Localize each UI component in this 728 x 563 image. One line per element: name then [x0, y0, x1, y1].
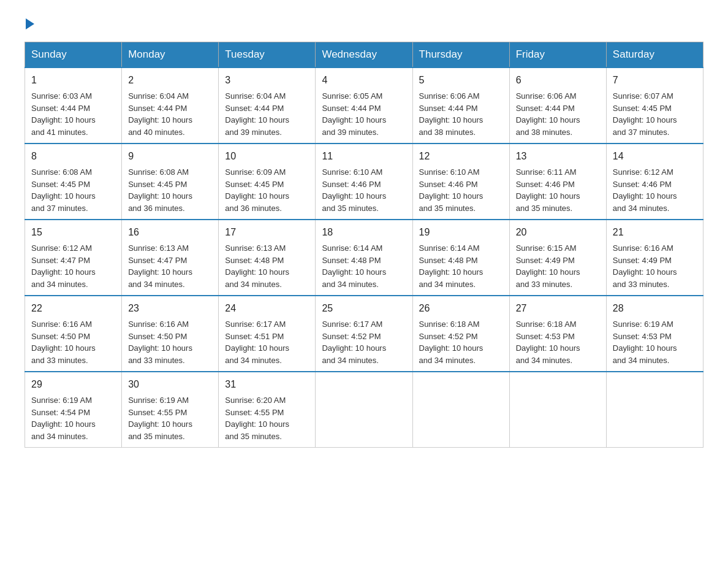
day-number: 24 [225, 301, 309, 316]
day-info: Sunrise: 6:18 AMSunset: 4:52 PMDaylight:… [419, 318, 503, 366]
day-info: Sunrise: 6:04 AMSunset: 4:44 PMDaylight:… [225, 90, 309, 138]
calendar-cell [606, 372, 703, 448]
day-info: Sunrise: 6:10 AMSunset: 4:46 PMDaylight:… [322, 166, 406, 214]
col-header-saturday: Saturday [606, 42, 703, 68]
day-number: 29 [31, 377, 115, 392]
calendar-week-row: 15Sunrise: 6:12 AMSunset: 4:47 PMDayligh… [25, 220, 703, 296]
day-info: Sunrise: 6:16 AMSunset: 4:50 PMDaylight:… [31, 318, 115, 366]
calendar-body: 1Sunrise: 6:03 AMSunset: 4:44 PMDaylight… [25, 67, 703, 448]
day-number: 11 [322, 149, 406, 164]
calendar-week-row: 22Sunrise: 6:16 AMSunset: 4:50 PMDayligh… [25, 296, 703, 372]
day-number: 21 [613, 225, 697, 240]
day-number: 23 [128, 301, 212, 316]
day-info: Sunrise: 6:14 AMSunset: 4:48 PMDaylight:… [322, 242, 406, 290]
day-info: Sunrise: 6:13 AMSunset: 4:47 PMDaylight:… [128, 242, 212, 290]
day-number: 13 [516, 149, 600, 164]
day-info: Sunrise: 6:14 AMSunset: 4:48 PMDaylight:… [419, 242, 503, 290]
page-header [25, 18, 703, 29]
day-number: 5 [419, 73, 503, 88]
calendar-cell: 14Sunrise: 6:12 AMSunset: 4:46 PMDayligh… [606, 144, 703, 220]
day-number: 18 [322, 225, 406, 240]
day-info: Sunrise: 6:08 AMSunset: 4:45 PMDaylight:… [31, 166, 115, 214]
day-number: 15 [31, 225, 115, 240]
calendar-cell: 26Sunrise: 6:18 AMSunset: 4:52 PMDayligh… [412, 296, 509, 372]
col-header-sunday: Sunday [25, 42, 122, 68]
calendar-cell: 1Sunrise: 6:03 AMSunset: 4:44 PMDaylight… [25, 67, 122, 144]
calendar-cell: 20Sunrise: 6:15 AMSunset: 4:49 PMDayligh… [509, 220, 606, 296]
day-number: 28 [613, 301, 697, 316]
calendar-cell: 23Sunrise: 6:16 AMSunset: 4:50 PMDayligh… [122, 296, 219, 372]
day-info: Sunrise: 6:07 AMSunset: 4:45 PMDaylight:… [613, 90, 697, 138]
calendar-cell: 15Sunrise: 6:12 AMSunset: 4:47 PMDayligh… [25, 220, 122, 296]
calendar-cell: 7Sunrise: 6:07 AMSunset: 4:45 PMDaylight… [606, 67, 703, 144]
day-number: 7 [613, 73, 697, 88]
calendar-cell: 18Sunrise: 6:14 AMSunset: 4:48 PMDayligh… [316, 220, 412, 296]
day-info: Sunrise: 6:04 AMSunset: 4:44 PMDaylight:… [128, 90, 212, 138]
col-header-monday: Monday [122, 42, 219, 68]
calendar-cell: 10Sunrise: 6:09 AMSunset: 4:45 PMDayligh… [219, 144, 316, 220]
calendar-cell [316, 372, 412, 448]
day-info: Sunrise: 6:08 AMSunset: 4:45 PMDaylight:… [128, 166, 212, 214]
day-number: 22 [31, 301, 115, 316]
calendar-cell: 25Sunrise: 6:17 AMSunset: 4:52 PMDayligh… [316, 296, 412, 372]
logo [25, 18, 34, 29]
day-number: 31 [225, 377, 309, 392]
logo-triangle-icon [26, 18, 34, 29]
day-number: 9 [128, 149, 212, 164]
calendar-cell: 3Sunrise: 6:04 AMSunset: 4:44 PMDaylight… [219, 67, 316, 144]
day-info: Sunrise: 6:17 AMSunset: 4:52 PMDaylight:… [322, 318, 406, 366]
day-info: Sunrise: 6:03 AMSunset: 4:44 PMDaylight:… [31, 90, 115, 138]
day-number: 10 [225, 149, 309, 164]
day-info: Sunrise: 6:12 AMSunset: 4:47 PMDaylight:… [31, 242, 115, 290]
day-number: 20 [516, 225, 600, 240]
day-info: Sunrise: 6:15 AMSunset: 4:49 PMDaylight:… [516, 242, 600, 290]
day-info: Sunrise: 6:19 AMSunset: 4:55 PMDaylight:… [128, 394, 212, 442]
calendar-cell: 12Sunrise: 6:10 AMSunset: 4:46 PMDayligh… [412, 144, 509, 220]
calendar-header-row: Sunday Monday Tuesday Wednesday Thursday… [25, 42, 703, 68]
day-info: Sunrise: 6:06 AMSunset: 4:44 PMDaylight:… [516, 90, 600, 138]
day-info: Sunrise: 6:16 AMSunset: 4:49 PMDaylight:… [613, 242, 697, 290]
day-number: 3 [225, 73, 309, 88]
calendar-cell: 8Sunrise: 6:08 AMSunset: 4:45 PMDaylight… [25, 144, 122, 220]
calendar-cell: 28Sunrise: 6:19 AMSunset: 4:53 PMDayligh… [606, 296, 703, 372]
day-info: Sunrise: 6:18 AMSunset: 4:53 PMDaylight:… [516, 318, 600, 366]
logo-general-text [25, 18, 34, 29]
day-number: 19 [419, 225, 503, 240]
col-header-friday: Friday [509, 42, 606, 68]
calendar-cell: 9Sunrise: 6:08 AMSunset: 4:45 PMDaylight… [122, 144, 219, 220]
day-number: 27 [516, 301, 600, 316]
day-info: Sunrise: 6:20 AMSunset: 4:55 PMDaylight:… [225, 394, 309, 442]
day-info: Sunrise: 6:12 AMSunset: 4:46 PMDaylight:… [613, 166, 697, 214]
col-header-wednesday: Wednesday [316, 42, 412, 68]
calendar-cell: 19Sunrise: 6:14 AMSunset: 4:48 PMDayligh… [412, 220, 509, 296]
calendar-week-row: 8Sunrise: 6:08 AMSunset: 4:45 PMDaylight… [25, 144, 703, 220]
day-number: 4 [322, 73, 406, 88]
calendar-cell: 21Sunrise: 6:16 AMSunset: 4:49 PMDayligh… [606, 220, 703, 296]
calendar-cell: 30Sunrise: 6:19 AMSunset: 4:55 PMDayligh… [122, 372, 219, 448]
calendar-cell: 13Sunrise: 6:11 AMSunset: 4:46 PMDayligh… [509, 144, 606, 220]
day-number: 17 [225, 225, 309, 240]
calendar-cell: 11Sunrise: 6:10 AMSunset: 4:46 PMDayligh… [316, 144, 412, 220]
calendar-week-row: 29Sunrise: 6:19 AMSunset: 4:54 PMDayligh… [25, 372, 703, 448]
day-info: Sunrise: 6:19 AMSunset: 4:53 PMDaylight:… [613, 318, 697, 366]
day-number: 2 [128, 73, 212, 88]
day-info: Sunrise: 6:05 AMSunset: 4:44 PMDaylight:… [322, 90, 406, 138]
day-info: Sunrise: 6:10 AMSunset: 4:46 PMDaylight:… [419, 166, 503, 214]
calendar-cell: 4Sunrise: 6:05 AMSunset: 4:44 PMDaylight… [316, 67, 412, 144]
day-info: Sunrise: 6:16 AMSunset: 4:50 PMDaylight:… [128, 318, 212, 366]
day-info: Sunrise: 6:13 AMSunset: 4:48 PMDaylight:… [225, 242, 309, 290]
calendar-cell: 31Sunrise: 6:20 AMSunset: 4:55 PMDayligh… [219, 372, 316, 448]
day-number: 12 [419, 149, 503, 164]
calendar-cell: 24Sunrise: 6:17 AMSunset: 4:51 PMDayligh… [219, 296, 316, 372]
day-number: 8 [31, 149, 115, 164]
calendar-cell: 6Sunrise: 6:06 AMSunset: 4:44 PMDaylight… [509, 67, 606, 144]
day-number: 25 [322, 301, 406, 316]
calendar-week-row: 1Sunrise: 6:03 AMSunset: 4:44 PMDaylight… [25, 67, 703, 144]
calendar-cell: 29Sunrise: 6:19 AMSunset: 4:54 PMDayligh… [25, 372, 122, 448]
calendar-cell: 27Sunrise: 6:18 AMSunset: 4:53 PMDayligh… [509, 296, 606, 372]
col-header-thursday: Thursday [412, 42, 509, 68]
calendar-cell: 2Sunrise: 6:04 AMSunset: 4:44 PMDaylight… [122, 67, 219, 144]
day-info: Sunrise: 6:09 AMSunset: 4:45 PMDaylight:… [225, 166, 309, 214]
day-number: 30 [128, 377, 212, 392]
day-number: 26 [419, 301, 503, 316]
